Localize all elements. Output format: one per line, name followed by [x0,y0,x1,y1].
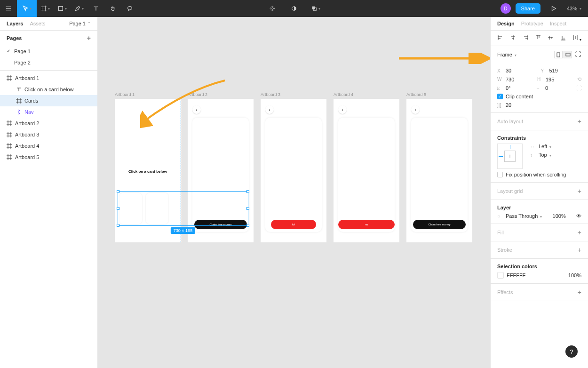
lol-button: lol [271,220,316,229]
layer-cards[interactable]: Cards [0,95,97,106]
dimensions-label: 730 × 195 [171,227,195,234]
align-vcenter-icon[interactable] [547,34,554,42]
lock-aspect-icon[interactable]: ⟲ [577,76,581,82]
tab-prototype[interactable]: Prototype [521,21,543,26]
y-input[interactable]: 519 [549,68,582,73]
clip-content-checkbox[interactable]: ✓ [497,94,503,99]
resize-handle[interactable] [246,224,249,227]
resize-to-fit-icon[interactable] [575,51,581,58]
w-input[interactable]: 730 [506,77,534,82]
hand-tool[interactable] [104,0,121,17]
pen-tool[interactable]: ▾ [71,0,87,17]
frame-header: Frame ▾ [491,46,588,63]
back-chevron-icon: ‹ [192,105,201,114]
effects-section: Effects+ [491,284,588,301]
artboard-3[interactable]: Artboard 3 ‹ lol [261,99,326,242]
resize-handle[interactable] [246,207,249,210]
boolean-icon[interactable]: ▾ [307,0,324,17]
layer-artboard-4[interactable]: Artboard 4 [0,140,97,152]
selection-box[interactable]: 730 × 195 [118,191,248,226]
artboard-4[interactable]: Artboard 4 ‹ no [334,99,399,242]
share-button[interactable]: Share [516,3,540,14]
landscape-button[interactable] [564,51,572,58]
radius-input[interactable]: 0 [545,85,573,91]
back-chevron-icon: ‹ [265,105,274,114]
component-icon [16,109,22,115]
add-fill-button[interactable]: + [578,229,581,236]
color-swatch[interactable] [497,272,504,279]
dimensions-section: X30 Y519 W730 H195 ⟲ ⟀0° ⌐0 ⛶ ✓ Clip con… [491,63,588,113]
page-selector[interactable]: Page 1 ⌃ [69,21,91,26]
align-right-icon[interactable] [522,34,529,42]
layer-nav[interactable]: Nav [0,106,97,118]
h-input[interactable]: 195 [546,77,574,82]
add-page-button[interactable]: + [87,34,91,42]
align-top-icon[interactable] [535,34,541,42]
layer-click-text[interactable]: Click on a card below [0,84,97,95]
layer-artboard-2[interactable]: Artboard 2 [0,118,97,129]
constraint-h-select[interactable]: Left ▾ [539,144,551,149]
mask-icon[interactable] [286,0,302,17]
fill-section: Fill+ [491,224,588,241]
add-stroke-button[interactable]: + [578,246,581,254]
add-autolayout-button[interactable]: + [578,118,581,125]
artboard-5[interactable]: Artboard 5 ‹ Claim free money [406,99,472,242]
add-effect-button[interactable]: + [578,288,581,296]
fix-position-checkbox[interactable] [497,172,503,177]
layer-section: Layer ○ Pass Through ▾ 100% 👁 [491,200,588,224]
fix-position-label: Fix position when scrolling [506,172,566,177]
text-tool[interactable] [87,0,104,17]
zoom-level[interactable]: 43%▾ [567,6,581,11]
align-bottom-icon[interactable] [560,34,566,42]
x-input[interactable]: 30 [506,68,538,73]
opacity-input[interactable]: 100% [553,213,566,219]
page-item-1[interactable]: Page 1 [0,46,97,57]
color-opacity[interactable]: 100% [568,272,581,278]
panel-tabs: Layers Assets Page 1 ⌃ [0,17,97,31]
tab-assets[interactable]: Assets [30,21,45,26]
resize-handle[interactable] [117,190,119,193]
resize-handle[interactable] [117,207,119,210]
spacing-input[interactable]: 20 [506,102,581,108]
card [411,118,468,232]
corner-radius-icon[interactable]: ⛶ [576,85,581,91]
shape-tool[interactable]: ▾ [54,0,71,17]
page-item-2[interactable]: Page 2 [0,57,97,68]
constraint-widget[interactable]: + [497,144,523,169]
move-tool[interactable]: ▾ [17,0,37,17]
align-hcenter-icon[interactable] [510,34,516,42]
layer-artboard-3[interactable]: Artboard 3 [0,129,97,140]
comment-tool[interactable] [121,0,138,17]
component-icon[interactable] [264,0,281,17]
artboard-label: Artboard 4 [334,92,353,97]
resize-handle[interactable] [117,224,119,227]
add-grid-button[interactable]: + [578,187,581,195]
resize-handle[interactable] [246,190,249,193]
right-panel: Design Prototype Inspect ▾ Frame ▾ X30 Y… [490,17,588,368]
frame-icon [7,120,12,126]
canvas[interactable]: Artboard 1 Click on a card below Artboar… [98,17,490,368]
back-chevron-icon: ‹ [338,105,347,114]
present-button[interactable] [545,0,562,17]
blend-mode-select[interactable]: Pass Through ▾ [506,213,542,219]
layer-artboard-1[interactable]: Artboard 1 [0,72,97,84]
layer-artboard-5[interactable]: Artboard 5 [0,152,97,163]
menu-button[interactable] [0,0,17,17]
visibility-icon[interactable]: 👁 [576,213,581,219]
tab-inspect[interactable]: Inspect [550,21,566,26]
tab-layers[interactable]: Layers [7,21,23,26]
color-hex[interactable]: FFFFFF [507,272,525,278]
annotation-arrow-icon [399,53,490,64]
portrait-button[interactable] [554,51,563,58]
frame-tool[interactable]: ▾ [37,0,54,17]
frame-icon [7,154,12,160]
avatar[interactable]: D [501,3,511,14]
frame-type[interactable]: Frame ▾ [497,52,516,57]
artboard-label: Artboard 3 [261,92,280,97]
constraint-v-select[interactable]: Top ▾ [539,152,551,158]
rotation-input[interactable]: 0° [506,85,534,91]
tab-design[interactable]: Design [497,21,515,26]
distribute-icon[interactable]: ▾ [572,34,581,42]
align-left-icon[interactable] [497,34,504,42]
help-button[interactable]: ? [565,345,578,358]
